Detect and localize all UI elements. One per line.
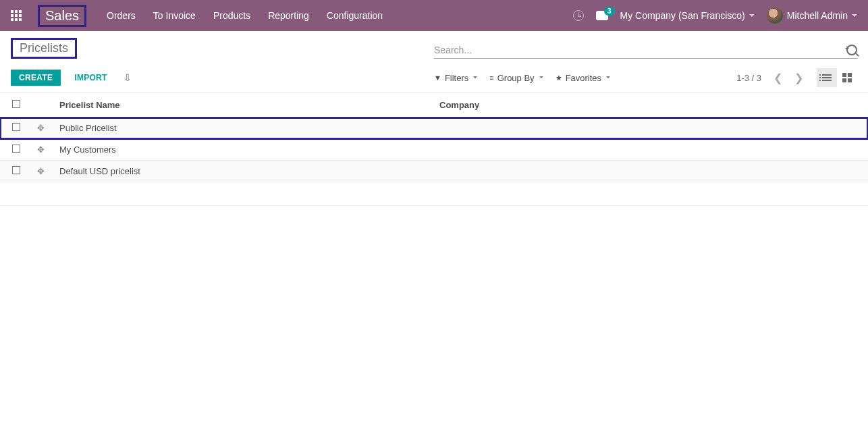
export-icon[interactable]: ⇩ [124, 72, 132, 83]
funnel-icon: ▼ [434, 74, 441, 82]
caret-down-icon [749, 14, 755, 20]
brand[interactable]: Sales [38, 5, 86, 27]
cell-company [434, 139, 868, 161]
nav-reporting[interactable]: Reporting [268, 10, 309, 21]
groupby-button[interactable]: ≡ Group By [489, 73, 543, 83]
cell-company [434, 118, 868, 139]
row-checkbox[interactable] [12, 123, 20, 131]
avatar [767, 7, 783, 24]
caret-down-icon [539, 76, 543, 80]
list-icon [822, 74, 832, 81]
favorites-button[interactable]: ★ Favorites [555, 73, 610, 83]
select-all-checkbox[interactable] [12, 100, 20, 108]
nav-products[interactable]: Products [213, 10, 250, 21]
caret-down-icon [606, 76, 610, 80]
favorites-label: Favorites [566, 73, 601, 83]
pricelist-table: Pricelist Name Company ✥ Public Pricelis… [0, 93, 868, 182]
list-view: Pricelist Name Company ✥ Public Pricelis… [0, 93, 868, 182]
drag-handle-icon[interactable]: ✥ [37, 145, 45, 155]
cell-name: Public Pricelist [54, 118, 434, 139]
search-box[interactable]: + [434, 42, 857, 59]
filters-button[interactable]: ▼ Filters [434, 73, 477, 83]
company-name: My Company (San Francisco) [620, 10, 745, 21]
apps-icon[interactable] [11, 10, 22, 21]
user-name: Mitchell Admin [787, 10, 848, 21]
pager-prev[interactable]: ❮ [769, 69, 786, 87]
col-company[interactable]: Company [434, 93, 868, 118]
company-selector[interactable]: My Company (San Francisco) [620, 10, 755, 21]
drag-handle-icon[interactable]: ✥ [37, 166, 45, 176]
table-row[interactable]: ✥ Public Pricelist [0, 118, 868, 139]
nav-menu: Orders To Invoice Products Reporting Con… [107, 10, 383, 21]
star-icon: ★ [555, 74, 562, 82]
topbar-right: 3 My Company (San Francisco) Mitchell Ad… [573, 7, 857, 24]
view-switcher [817, 68, 857, 87]
row-checkbox[interactable] [12, 145, 20, 153]
search-options: ▼ Filters ≡ Group By ★ Favorites 1-3 / 3… [434, 68, 857, 87]
list-view-button[interactable] [817, 68, 837, 87]
table-row[interactable]: ✥ Default USD pricelist [0, 161, 868, 182]
pager: 1-3 / 3 ❮ ❯ [736, 68, 857, 87]
caret-down-icon [852, 14, 857, 20]
row-checkbox[interactable] [12, 166, 20, 174]
kanban-view-button[interactable] [837, 68, 857, 87]
topbar: Sales Orders To Invoice Products Reporti… [0, 0, 868, 31]
nav-orders[interactable]: Orders [107, 10, 136, 21]
groupby-icon: ≡ [489, 74, 493, 82]
user-menu[interactable]: Mitchell Admin [767, 7, 857, 24]
import-button[interactable]: IMPORT [66, 70, 115, 86]
col-name[interactable]: Pricelist Name [54, 93, 434, 118]
search-input[interactable] [434, 42, 842, 58]
separator [0, 205, 868, 206]
search-icon[interactable]: + [842, 45, 857, 55]
nav-configuration[interactable]: Configuration [327, 10, 383, 21]
breadcrumb: Pricelists [11, 38, 77, 59]
messages-badge: 3 [604, 7, 615, 16]
caret-down-icon [473, 76, 477, 80]
groupby-label: Group By [497, 73, 535, 83]
filters-label: Filters [445, 73, 468, 83]
messages-button[interactable]: 3 [596, 11, 608, 20]
drag-handle-icon[interactable]: ✥ [37, 123, 45, 133]
cell-name: Default USD pricelist [54, 161, 434, 182]
table-header-row: Pricelist Name Company [0, 93, 868, 118]
table-row[interactable]: ✥ My Customers [0, 139, 868, 161]
create-button[interactable]: CREATE [11, 70, 61, 86]
pager-next[interactable]: ❯ [790, 69, 807, 87]
kanban-icon [842, 73, 852, 82]
cell-name: My Customers [54, 139, 434, 161]
activity-icon[interactable] [573, 10, 584, 21]
control-panel: Pricelists + CREATE IMPORT ⇩ ▼ Filters ≡… [0, 31, 868, 93]
pager-text[interactable]: 1-3 / 3 [736, 73, 761, 83]
cell-company [434, 161, 868, 182]
nav-to-invoice[interactable]: To Invoice [153, 10, 196, 21]
